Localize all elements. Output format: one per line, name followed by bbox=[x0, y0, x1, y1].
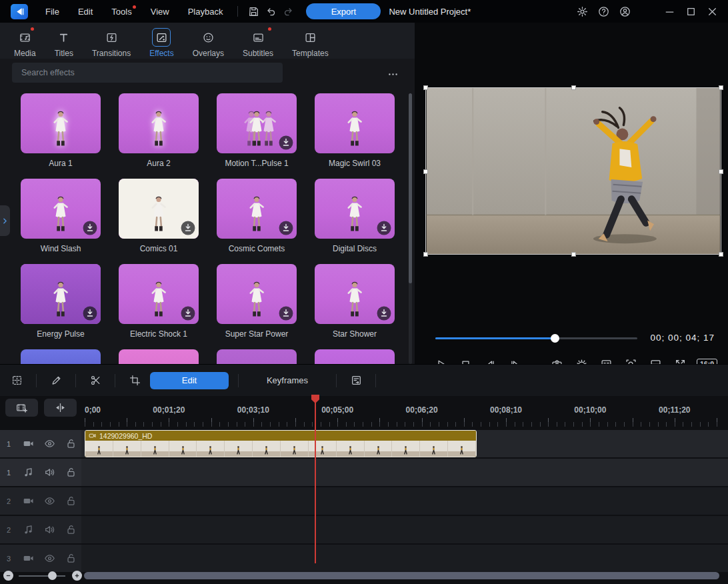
effect-card[interactable] bbox=[119, 349, 199, 364]
download-icon[interactable] bbox=[83, 221, 97, 235]
draw-pen-icon[interactable] bbox=[47, 372, 65, 389]
effect-card[interactable] bbox=[21, 349, 101, 364]
menu-edit[interactable]: Edit bbox=[70, 4, 101, 19]
menu-file[interactable]: File bbox=[37, 4, 67, 19]
effect-card-shower[interactable]: Star Shower bbox=[315, 264, 395, 339]
eye-icon[interactable] bbox=[39, 435, 60, 453]
video-canvas[interactable] bbox=[425, 87, 721, 255]
settings-gear-icon[interactable] bbox=[573, 3, 591, 20]
app-logo-icon[interactable] bbox=[11, 4, 28, 19]
tab-transitions[interactable]: Transitions bbox=[85, 27, 138, 59]
effect-thumbnail[interactable] bbox=[119, 93, 199, 153]
effect-thumbnail[interactable] bbox=[119, 264, 199, 324]
effect-card-wind[interactable]: Wind Slash bbox=[21, 179, 101, 253]
save-icon[interactable] bbox=[245, 3, 262, 20]
effect-card-energy[interactable]: Energy Pulse bbox=[21, 264, 101, 339]
record-tool-icon[interactable] bbox=[8, 372, 25, 389]
effect-thumbnail[interactable] bbox=[217, 264, 297, 324]
effect-thumbnail[interactable] bbox=[119, 349, 199, 364]
download-icon[interactable] bbox=[83, 306, 97, 321]
download-icon[interactable] bbox=[279, 135, 293, 150]
effect-card-aura1[interactable]: Aura 1 bbox=[21, 93, 101, 168]
video-clip[interactable]: 1429029960_HD bbox=[85, 430, 477, 457]
download-icon[interactable] bbox=[377, 221, 391, 235]
zoom-in-button[interactable] bbox=[72, 571, 82, 581]
selection-handle[interactable] bbox=[571, 85, 576, 90]
track-lane[interactable] bbox=[81, 487, 728, 515]
maximize-icon[interactable] bbox=[681, 3, 700, 20]
eye-icon[interactable] bbox=[39, 493, 60, 510]
undo-icon[interactable] bbox=[262, 3, 279, 20]
effect-thumbnail[interactable] bbox=[21, 93, 101, 153]
help-icon[interactable] bbox=[595, 3, 612, 20]
track-lane[interactable] bbox=[81, 516, 728, 543]
scrollbar-thumb[interactable] bbox=[409, 93, 412, 283]
panel-collapse-handle[interactable] bbox=[0, 205, 10, 236]
close-icon[interactable] bbox=[703, 3, 721, 20]
effect-thumbnail[interactable] bbox=[119, 179, 199, 239]
timeline-zoom-slider[interactable] bbox=[19, 575, 65, 577]
redo-icon[interactable] bbox=[279, 3, 297, 20]
tab-subtitles[interactable]: Subtitles bbox=[235, 27, 281, 59]
lock-icon[interactable] bbox=[60, 550, 81, 567]
track-lane[interactable] bbox=[81, 459, 728, 486]
selection-handle[interactable] bbox=[571, 252, 576, 257]
more-options-icon[interactable] bbox=[384, 65, 401, 83]
effect-thumbnail[interactable] bbox=[21, 179, 101, 239]
search-input[interactable] bbox=[12, 63, 283, 83]
effect-thumbnail[interactable] bbox=[315, 349, 395, 364]
effect-card-swirl[interactable]: Magic Swirl 03 bbox=[315, 93, 395, 168]
seek-bar-knob[interactable] bbox=[551, 334, 559, 343]
effect-thumbnail[interactable] bbox=[217, 349, 297, 364]
effects-scrollbar[interactable] bbox=[409, 93, 412, 364]
track-lane[interactable]: 1429029960_HD bbox=[81, 430, 728, 457]
tab-titles[interactable]: Titles bbox=[47, 27, 81, 59]
edit-mode-button[interactable]: Edit bbox=[150, 372, 229, 389]
menu-tools[interactable]: Tools bbox=[103, 4, 139, 19]
crop-icon[interactable] bbox=[126, 372, 143, 389]
menu-view[interactable]: View bbox=[143, 4, 177, 19]
selection-handle[interactable] bbox=[719, 169, 723, 174]
effect-card-electric[interactable]: Electric Shock 1 bbox=[119, 264, 199, 339]
menu-playback[interactable]: Playback bbox=[180, 4, 231, 19]
zoom-out-button[interactable] bbox=[3, 571, 13, 581]
lock-icon[interactable] bbox=[60, 493, 81, 510]
account-icon[interactable] bbox=[616, 3, 633, 20]
selection-handle[interactable] bbox=[423, 85, 428, 90]
effect-thumbnail[interactable] bbox=[315, 179, 395, 239]
tab-templates[interactable]: Templates bbox=[285, 27, 336, 59]
download-icon[interactable] bbox=[181, 221, 195, 235]
minimize-icon[interactable] bbox=[660, 3, 679, 20]
lock-icon[interactable] bbox=[60, 464, 81, 481]
effect-thumbnail[interactable] bbox=[315, 93, 395, 153]
lock-icon[interactable] bbox=[60, 521, 81, 539]
effect-card[interactable] bbox=[217, 349, 297, 364]
effect-card-cosmic[interactable]: Cosmic Comets bbox=[217, 179, 297, 253]
effect-card-aura2[interactable]: Aura 2 bbox=[119, 93, 199, 168]
speaker-icon[interactable] bbox=[39, 464, 60, 481]
download-icon[interactable] bbox=[279, 306, 293, 321]
effect-thumbnail[interactable] bbox=[217, 93, 297, 153]
download-icon[interactable] bbox=[279, 221, 293, 235]
effect-card-discs[interactable]: Digital Discs bbox=[315, 179, 395, 253]
effect-thumbnail[interactable] bbox=[21, 264, 101, 324]
selection-handle[interactable] bbox=[719, 252, 723, 257]
keyframes-mode-button[interactable]: Keyframes bbox=[248, 372, 327, 389]
effect-thumbnail[interactable] bbox=[217, 179, 297, 239]
tab-media[interactable]: Media bbox=[7, 27, 43, 59]
selection-handle[interactable] bbox=[719, 85, 723, 90]
download-icon[interactable] bbox=[181, 306, 195, 321]
effect-card-comics[interactable]: Comics 01 bbox=[119, 179, 199, 253]
timeline-horizontal-scrollbar[interactable] bbox=[84, 572, 719, 579]
tab-overlays[interactable]: Overlays bbox=[185, 27, 231, 59]
effect-card-motion[interactable]: Motion T...Pulse 1 bbox=[217, 93, 297, 168]
jump-to-list-icon[interactable] bbox=[347, 372, 365, 389]
timeline-ruler[interactable]: 0;0000;01;2000;03;1000;05;0000;06;2000;0… bbox=[0, 405, 728, 415]
split-scissors-icon[interactable] bbox=[87, 372, 104, 389]
seek-bar[interactable] bbox=[435, 337, 637, 339]
export-button[interactable]: Export bbox=[306, 3, 381, 19]
selection-handle[interactable] bbox=[423, 252, 428, 257]
tab-effects[interactable]: Effects bbox=[142, 27, 181, 59]
speaker-icon[interactable] bbox=[39, 521, 60, 539]
lock-icon[interactable] bbox=[60, 435, 81, 453]
